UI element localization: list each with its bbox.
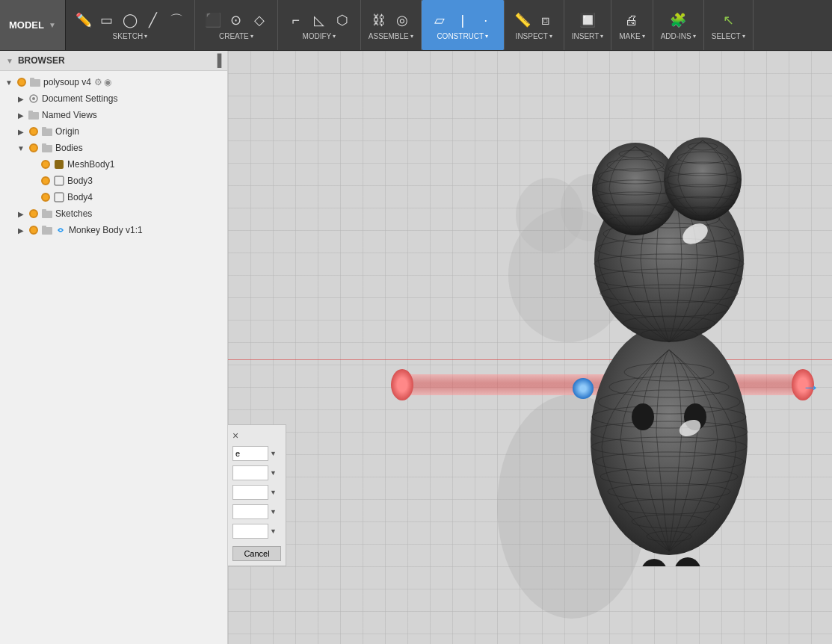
svg-point-55	[677, 152, 728, 164]
blue-direction-arrow[interactable]: →	[802, 377, 820, 397]
dropdown2-arrow[interactable]: ▼	[270, 469, 277, 477]
tree-expand-named-views[interactable]: ▶	[15, 111, 27, 120]
tree-expand-root[interactable]: ▼	[3, 78, 15, 87]
body4-eye-icon[interactable]	[39, 191, 52, 204]
svg-point-21	[591, 323, 748, 555]
svg-point-65	[679, 220, 711, 249]
model-button[interactable]: MODEL ▼	[0, 0, 66, 50]
insert-mesh-icon: 🔲	[577, 10, 598, 31]
svg-point-41	[600, 285, 738, 303]
tree-item-body4[interactable]: ▶ Body4	[0, 189, 227, 205]
inspect-label[interactable]: INSPECT ▾	[516, 32, 552, 40]
dialog-dropdown1[interactable]: ▼	[232, 446, 281, 461]
toolbar-group-create[interactable]: ⬛ ⊙ ◇ CREATE ▾	[195, 0, 278, 50]
dropdown3-arrow[interactable]: ▼	[270, 527, 277, 535]
dialog-field-2[interactable]	[232, 504, 268, 519]
svg-point-19	[516, 178, 583, 253]
svg-point-31	[618, 499, 720, 514]
tree-expand-bodies[interactable]: ▼	[15, 144, 27, 152]
tree-item-root[interactable]: ▼ polysoup v4 ⚙ ◉	[0, 74, 227, 90]
tree-expand-doc[interactable]: ▶	[15, 95, 27, 103]
root-visibility-icon[interactable]: ◉	[104, 77, 111, 87]
blue-center-dot[interactable]	[573, 378, 594, 399]
meshbody1-body-icon	[52, 158, 66, 171]
tree-item-meshbody1[interactable]: ▶ MeshBody1	[0, 156, 227, 173]
dialog-input-2[interactable]	[232, 465, 268, 480]
meshbody1-eye-icon[interactable]	[39, 158, 52, 171]
construct-plane-icon: ▱	[429, 10, 450, 31]
red-beam-right-cap	[792, 369, 814, 400]
dialog-field-1[interactable]	[232, 485, 268, 500]
create-loft-icon: ◇	[249, 10, 270, 31]
construct-point-icon: ·	[475, 10, 496, 31]
toolbar-group-sketch[interactable]: ✏️ ▭ ◯ ╱ ⌒ SKETCH ▾	[66, 0, 195, 50]
toolbar-group-construct[interactable]: ▱ | · CONSTRUCT ▾	[422, 0, 505, 50]
toolbar-group-modify[interactable]: ⌐ ◺ ⬡ MODIFY ▾	[278, 0, 361, 50]
svg-point-47	[607, 159, 664, 171]
insert-label[interactable]: INSERT ▾	[572, 32, 604, 40]
tree-item-sketches[interactable]: ▶ Sketches	[0, 205, 227, 222]
select-label[interactable]: SELECT ▾	[712, 32, 745, 40]
tree-expand-origin[interactable]: ▶	[15, 128, 27, 136]
dialog-dropdown3[interactable]: ▼	[232, 524, 281, 539]
tree-item-body3[interactable]: ▶ Body3	[0, 173, 227, 189]
dialog-input-3[interactable]	[232, 524, 268, 539]
tree-expand-sketches[interactable]: ▶	[15, 210, 27, 218]
dialog-dropdown2[interactable]: ▼	[232, 465, 281, 480]
construct-icons: ▱ | ·	[429, 10, 496, 31]
svg-point-50	[593, 192, 678, 205]
browser-collapse-icon[interactable]: ▐	[213, 54, 221, 67]
svg-point-28	[594, 452, 744, 471]
body4-body-icon	[52, 191, 66, 204]
assemble-joint-icon: ⛓	[369, 10, 389, 31]
tree-item-origin[interactable]: ▶ Origin	[0, 123, 227, 140]
dropdown1-arrow[interactable]: ▼	[270, 450, 277, 457]
field1-arrow[interactable]: ▼	[270, 489, 277, 496]
create-label[interactable]: CREATE ▾	[219, 32, 253, 40]
toolbar-group-inspect[interactable]: 📏 ⧈ INSPECT ▾	[505, 0, 564, 50]
svg-point-3	[32, 97, 35, 100]
addins-label[interactable]: ADD-INS ▾	[661, 32, 696, 40]
named-views-folder-icon	[27, 108, 40, 122]
addins-puzzle-icon: 🧩	[668, 10, 688, 31]
3d-model	[512, 88, 826, 566]
sketch-label[interactable]: SKETCH ▾	[113, 32, 148, 40]
svg-point-36	[618, 210, 720, 228]
tree-item-doc-settings[interactable]: ▶ Document Settings	[0, 90, 227, 107]
bodies-eye-icon[interactable]	[27, 141, 40, 155]
monkey-eye-icon[interactable]	[27, 223, 40, 237]
modify-icons: ⌐ ◺ ⬡	[286, 10, 353, 31]
root-eye-icon[interactable]	[15, 75, 28, 89]
sketches-eye-icon[interactable]	[27, 207, 40, 220]
svg-point-42	[609, 300, 729, 317]
assemble-label[interactable]: ASSEMBLE ▾	[369, 32, 413, 40]
cancel-button[interactable]: Cancel	[232, 546, 281, 561]
make-label[interactable]: MAKE ▾	[619, 32, 644, 40]
tree-label-body3: Body3	[67, 176, 93, 186]
tree-item-bodies[interactable]: ▼ Bodies	[0, 140, 227, 156]
viewport[interactable]: →	[228, 51, 832, 644]
toolbar-group-make[interactable]: 🖨 MAKE ▾	[611, 0, 653, 50]
tree-item-monkey-body[interactable]: ▶ Monkey Body v1:1	[0, 222, 227, 238]
dialog-input-e[interactable]	[232, 446, 268, 461]
red-beam-left-cap	[391, 369, 413, 400]
tree-expand-monkey[interactable]: ▶	[15, 226, 27, 235]
toolbar-group-insert[interactable]: 🔲 INSERT ▾	[564, 0, 612, 50]
tree-item-named-views[interactable]: ▶ Named Views	[0, 107, 227, 123]
create-extrude-icon: ⬛	[203, 10, 224, 31]
field2-arrow[interactable]: ▼	[270, 508, 277, 515]
toolbar-group-addins[interactable]: 🧩 ADD-INS ▾	[653, 0, 704, 50]
dialog-close-button[interactable]: ×	[232, 430, 238, 442]
construct-label[interactable]: CONSTRUCT ▾	[437, 32, 488, 40]
body3-eye-icon[interactable]	[39, 174, 52, 188]
toolbar-group-select[interactable]: ↖ SELECT ▾	[704, 0, 754, 50]
svg-point-51	[598, 204, 673, 216]
root-settings-icon[interactable]: ⚙	[94, 77, 102, 87]
browser-expand-icon[interactable]: ▼	[6, 57, 13, 65]
svg-point-33	[647, 531, 691, 542]
modify-label[interactable]: MODIFY ▾	[302, 32, 336, 40]
red-manipulator-dot[interactable]	[638, 380, 655, 396]
toolbar-group-assemble[interactable]: ⛓ ◎ ASSEMBLE ▾	[361, 0, 422, 50]
origin-eye-icon[interactable]	[27, 125, 40, 138]
svg-point-64	[674, 557, 701, 566]
